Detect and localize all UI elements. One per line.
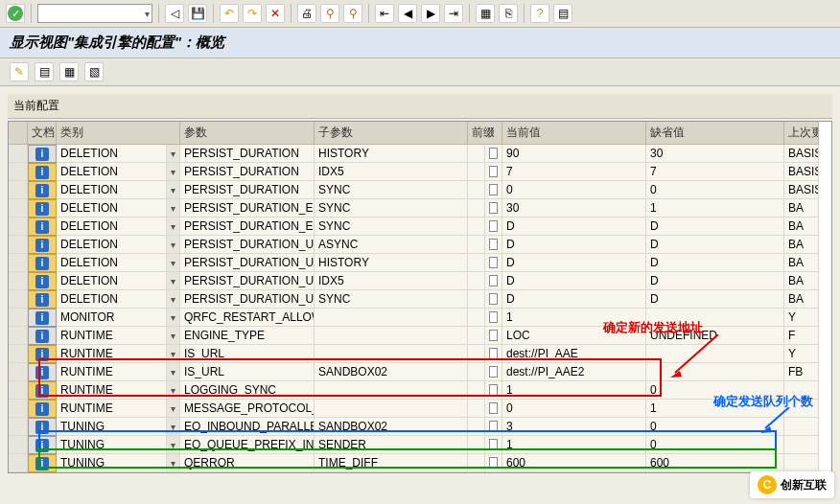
column-header[interactable]: 前缀 — [468, 122, 502, 145]
row-selector[interactable] — [9, 181, 28, 199]
checkbox[interactable] — [485, 290, 502, 309]
checkbox[interactable] — [485, 181, 502, 199]
doc-icon[interactable]: i — [28, 418, 57, 436]
shortcut-icon[interactable]: ⎘ — [499, 4, 518, 23]
checkbox[interactable] — [485, 254, 502, 272]
column-header[interactable]: 类别 — [57, 122, 180, 145]
dropdown-icon[interactable]: ▾ — [167, 290, 180, 309]
dropdown-icon[interactable]: ▾ — [167, 199, 180, 218]
cancel-icon[interactable]: ✕ — [266, 4, 285, 23]
doc-icon[interactable]: i — [28, 272, 57, 290]
row-selector[interactable] — [9, 436, 28, 454]
doc-icon[interactable]: i — [28, 145, 57, 163]
save-icon[interactable]: 💾 — [188, 4, 207, 23]
next-page-icon[interactable]: ▶ — [421, 4, 440, 23]
back-icon[interactable]: ↶ — [220, 4, 239, 23]
checkbox[interactable] — [485, 236, 502, 254]
column-header[interactable]: 参数 — [180, 122, 315, 145]
checkbox[interactable] — [485, 163, 502, 181]
dropdown-icon[interactable]: ▾ — [167, 181, 180, 199]
column-header[interactable]: 子参数 — [315, 122, 468, 145]
checkbox[interactable] — [485, 418, 502, 436]
dropdown-icon[interactable]: ▾ — [167, 436, 180, 454]
dropdown-icon[interactable]: ▾ — [167, 254, 180, 272]
row-selector[interactable] — [9, 254, 28, 272]
column-header[interactable]: 当前值 — [502, 122, 646, 145]
dropdown-icon[interactable]: ▾ — [167, 272, 180, 290]
row-selector[interactable] — [9, 363, 28, 381]
checkbox[interactable] — [485, 454, 502, 472]
row-selector[interactable] — [9, 163, 28, 181]
doc-icon[interactable]: i — [28, 381, 57, 400]
doc-icon[interactable]: i — [28, 218, 57, 236]
select-icon[interactable]: ▤ — [35, 62, 54, 81]
dropdown-icon[interactable]: ▾ — [167, 327, 180, 345]
checkbox[interactable] — [485, 327, 502, 345]
checkbox[interactable] — [485, 345, 502, 363]
last-page-icon[interactable]: ⇥ — [444, 4, 463, 23]
row-selector[interactable] — [9, 381, 28, 400]
doc-icon[interactable]: i — [28, 327, 57, 345]
dropdown-icon[interactable]: ▾ — [167, 163, 180, 181]
select-all-icon[interactable]: ▦ — [59, 62, 79, 81]
checkbox[interactable] — [485, 218, 502, 236]
dropdown-icon[interactable]: ▾ — [167, 418, 180, 436]
prev-page-icon[interactable]: ◀ — [398, 4, 417, 23]
dropdown-icon[interactable]: ▾ — [167, 381, 180, 400]
row-selector[interactable] — [9, 290, 28, 309]
local-layout-icon[interactable]: ▤ — [553, 4, 572, 23]
doc-icon[interactable]: i — [28, 199, 57, 218]
command-field[interactable]: ▾ — [37, 4, 152, 23]
checkbox[interactable] — [485, 400, 502, 418]
row-selector[interactable] — [9, 418, 28, 436]
ok-button[interactable]: ✓ — [6, 4, 25, 23]
doc-icon[interactable]: i — [28, 454, 57, 472]
doc-icon[interactable]: i — [28, 436, 57, 454]
first-page-icon[interactable]: ⇤ — [375, 4, 394, 23]
column-header[interactable]: 缺省值 — [646, 122, 784, 145]
doc-icon[interactable]: i — [28, 363, 57, 381]
row-selector[interactable] — [9, 345, 28, 363]
doc-icon[interactable]: i — [28, 163, 57, 181]
layout-icon[interactable]: ▦ — [476, 4, 495, 23]
doc-icon[interactable]: i — [28, 309, 57, 327]
dropdown-icon[interactable]: ▾ — [167, 400, 180, 418]
doc-icon[interactable]: i — [28, 181, 57, 199]
dropdown-icon[interactable]: ▾ — [167, 454, 180, 472]
row-selector[interactable] — [9, 145, 28, 163]
column-header[interactable]: 上次更 — [784, 122, 819, 145]
doc-icon[interactable]: i — [28, 236, 57, 254]
exit-icon[interactable]: ↷ — [243, 4, 262, 23]
dropdown-icon[interactable]: ▾ — [167, 363, 180, 381]
checkbox[interactable] — [485, 309, 502, 327]
row-selector[interactable] — [9, 236, 28, 254]
checkbox[interactable] — [485, 381, 502, 400]
doc-icon[interactable]: i — [28, 400, 57, 418]
checkbox[interactable] — [485, 272, 502, 290]
doc-icon[interactable]: i — [28, 290, 57, 309]
row-selector[interactable] — [9, 218, 28, 236]
row-selector[interactable] — [9, 309, 28, 327]
doc-icon[interactable]: i — [28, 254, 57, 272]
checkbox[interactable] — [485, 363, 502, 381]
find-next-icon[interactable]: ⚲ — [343, 4, 362, 23]
dropdown-icon[interactable]: ▾ — [167, 218, 180, 236]
dropdown-icon[interactable]: ▾ — [167, 345, 180, 363]
checkbox[interactable] — [485, 199, 502, 218]
checkbox[interactable] — [485, 436, 502, 454]
row-selector[interactable] — [9, 199, 28, 218]
row-selector[interactable] — [9, 400, 28, 418]
dropdown-icon[interactable]: ▾ — [167, 145, 180, 163]
deselect-icon[interactable]: ▧ — [84, 62, 104, 81]
doc-icon[interactable]: i — [28, 345, 57, 363]
column-header[interactable] — [9, 122, 28, 145]
dropdown-icon[interactable]: ▾ — [167, 309, 180, 327]
row-selector[interactable] — [9, 327, 28, 345]
print-icon[interactable]: 🖨 — [297, 4, 316, 23]
dropdown-icon[interactable]: ▾ — [167, 236, 180, 254]
help-icon[interactable]: ? — [530, 4, 549, 23]
nav-left-icon[interactable]: ◁ — [165, 4, 184, 23]
checkbox[interactable] — [485, 145, 502, 163]
column-header[interactable]: 文档 — [28, 122, 57, 145]
edit-icon[interactable]: ✎ — [10, 62, 29, 81]
